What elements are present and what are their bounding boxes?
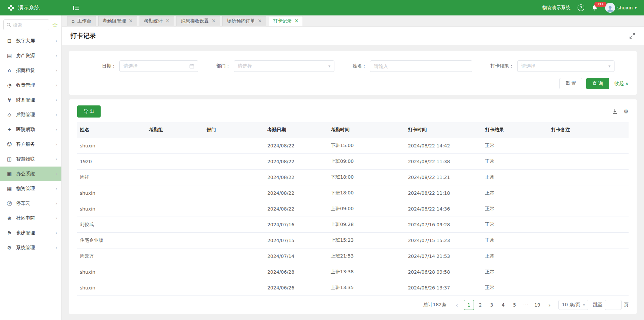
table-row: 周祥2024/08/22下班18:002024/08/22 11:21正常 [77,170,629,185]
reset-button[interactable]: 重 置 [559,78,582,89]
chevron-right-icon: › [55,53,57,59]
sidebar-item-party[interactable]: ⚑党建管理› [0,226,61,240]
tab-attendance-stats[interactable]: 考勤统计× [140,16,174,26]
hospital-icon: + [6,127,13,133]
gear-icon: ⚙ [6,245,13,251]
table-cell: 正常 [482,233,548,248]
dept-select[interactable]: 请选择 ▾ [234,60,334,72]
sidebar-item-property[interactable]: ▤房产资源› [0,48,61,63]
pagination-prev-button[interactable]: ‹ [452,300,462,310]
sidebar-item-label: 客户服务 [16,141,52,147]
tab-close-icon[interactable]: × [258,18,262,24]
user-menu[interactable]: shuxin ▾ [605,3,637,13]
table-cell: 周祥 [77,170,146,185]
pagination-page-3[interactable]: 3 [487,300,497,310]
tab-attendance-group[interactable]: 考勤组管理× [98,16,138,26]
fullscreen-button[interactable] [629,33,635,39]
sidebar-item-label: 数字大屏 [16,38,52,44]
table-cell: 2024/08/22 11:18 [405,185,482,201]
column-header: 考勤时间 [328,122,405,138]
sidebar-item-customer-service[interactable]: ☺客户服务› [0,137,61,152]
pagination-next-button[interactable]: › [544,300,554,310]
table-row: 刘俊成2024/07/16上班09:282024/07/16 09:28正常 [77,217,629,233]
table-cell [549,154,629,170]
page-suffix: 页 [624,302,629,308]
pagination-page-5[interactable]: 5 [509,300,520,310]
sidebar-item-materials[interactable]: ▦物资管理› [0,181,61,196]
tab-label: 场所预约订单 [227,18,255,24]
pagination-page-1[interactable]: 1 [464,300,474,310]
export-button[interactable]: 导 出 [77,105,101,118]
tab-close-icon[interactable]: × [129,18,133,24]
table-row: shuxin2024/06/28上班13:382024/06/28 09:58正… [77,264,629,280]
table-cell: 下班18:00 [328,170,405,185]
tab-close-icon[interactable]: × [165,18,170,24]
search-input[interactable] [13,22,37,28]
download-icon [612,109,618,114]
chevron-down-icon: ▾ [635,6,637,10]
query-button[interactable]: 查 询 [586,78,609,89]
chevron-right-icon: › [55,141,57,147]
table-cell [146,217,204,233]
sidebar-item-fees[interactable]: ◔收费管理› [0,78,61,93]
tab-clock-records[interactable]: 打卡记录× [269,16,303,26]
chevron-right-icon: › [55,67,57,74]
favorite-star-button[interactable]: ☆ [52,21,58,28]
tab-label: 打卡记录 [273,18,292,24]
column-header: 部门 [204,122,265,138]
column-header: 考勤日期 [265,122,328,138]
tab-close-icon[interactable]: × [294,18,299,24]
column-settings-button[interactable]: ⚙ [624,108,629,115]
sidebar-item-office[interactable]: ▣办公系统› [0,167,61,181]
name-input[interactable] [370,60,472,72]
table-cell: 正常 [482,248,548,264]
date-picker[interactable]: 请选择 [119,60,198,72]
download-button[interactable] [612,109,618,114]
table-body: shuxin2024/08/22下班15:002024/08/22 14:42正… [77,138,629,296]
pagination-page-4[interactable]: 4 [498,300,508,310]
system-switcher[interactable]: 物管演示系统 [542,5,570,11]
sidebar-item-finance[interactable]: ¥财务管理› [0,93,61,107]
table-cell: 正常 [482,217,548,233]
notification-button[interactable]: 99+ [592,4,598,11]
table-panel: 导 出 ⚙ 姓名考勤组部门考勤日期考勤时间打卡时间打卡结果打卡备注 [69,99,637,314]
pagination-page-2[interactable]: 2 [475,300,485,310]
tab-venue-orders[interactable]: 场所预约订单× [222,16,266,26]
sidebar-menu: ⊡数字大屏›▤房产资源›⌂招商租赁›◔收费管理›¥财务管理›◇后勤管理›+医院后… [0,34,61,320]
sidebar-item-label: 房产资源 [16,53,52,59]
table-cell [204,154,265,170]
page-jump-input[interactable] [605,300,622,310]
pagination: 总计182条 ‹ 12345···19 › 10 条/页 ▾ 跳至 页 [77,300,629,310]
sidebar-item-logistics[interactable]: ◇后勤管理› [0,107,61,122]
office-icon: ▣ [6,171,13,177]
table-row: 周云万2024/07/14上班21:532024/07/14 21:53正常 [77,248,629,264]
sidebar-item-iot[interactable]: ◫智慧物联› [0,152,61,167]
avatar [605,3,615,13]
sidebar-item-parking[interactable]: Ⓟ停车云› [0,196,61,211]
sidebar-item-hospital[interactable]: +医院后勤› [0,122,61,137]
collapse-button[interactable]: 收起 ∧ [614,81,629,87]
tab-workbench[interactable]: ⌂工作台 [67,16,96,26]
chevron-right-icon: › [55,200,57,207]
sidebar-item-digital-screen[interactable]: ⊡数字大屏› [0,34,61,48]
sidebar-item-leasing[interactable]: ⌂招商租赁› [0,63,61,78]
help-button[interactable]: ? [578,4,584,11]
table-cell [146,233,204,248]
result-select[interactable]: 请选择 ▾ [517,60,614,72]
sidebar-item-ecommerce[interactable]: ⊕社区电商› [0,211,61,226]
pagination-page-19[interactable]: 19 [532,300,542,310]
table-cell [204,138,265,154]
chevron-up-icon: ∧ [625,81,629,86]
tab-close-icon[interactable]: × [212,18,216,24]
chevron-right-icon: › [55,215,57,221]
sidebar-item-system[interactable]: ⚙系统管理› [0,240,61,255]
table-cell [146,138,204,154]
sidebar-toggle-button[interactable] [73,5,79,10]
logo-icon [7,4,15,11]
page-size-select[interactable]: 10 条/页 ▾ [558,300,588,310]
table-cell: 正常 [482,185,548,201]
pagination-more[interactable]: ··· [521,300,531,310]
table-cell: 2024/07/14 [265,248,328,264]
table-cell: shuxin [77,185,146,201]
tab-message-settings[interactable]: 消息接收设置× [176,16,220,26]
